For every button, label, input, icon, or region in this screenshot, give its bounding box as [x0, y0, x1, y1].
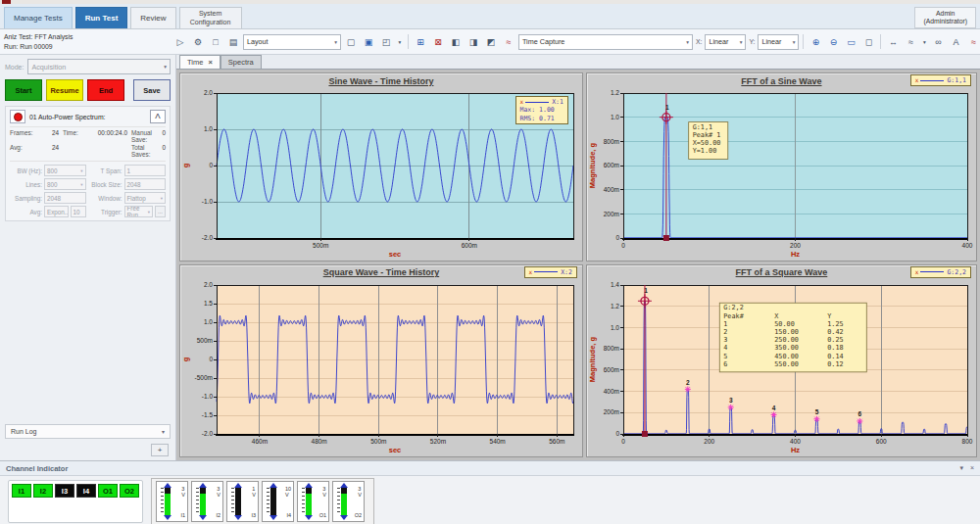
meter-bar — [200, 488, 206, 515]
chevron-down-icon: ▾ — [686, 39, 689, 45]
mode-select[interactable]: Acquisition ▾ — [27, 59, 171, 74]
square-time-chart[interactable]: 2.01.51.0500m0-500m-1.0-1.5-2.0460m480m5… — [180, 280, 582, 456]
split-left-icon[interactable]: ◧ — [448, 34, 464, 50]
spectrum-label: 01 Auto-Power Spectrum: — [29, 114, 146, 120]
collapse-chevron-icon[interactable]: ▾ — [959, 464, 963, 472]
meter-range-label: 3V — [181, 486, 185, 498]
open-layout-icon[interactable]: ◰ — [378, 34, 394, 50]
avg-count-field[interactable]: 10 — [71, 206, 86, 217]
window-select[interactable]: Flattop▾ — [124, 192, 167, 204]
level-meter-I4[interactable]: 10VI4 — [262, 481, 294, 522]
peak-marker-button[interactable]: Λ — [150, 110, 166, 123]
bw-value: 800 — [47, 167, 58, 174]
annotation-text-icon[interactable]: A — [948, 34, 963, 50]
meter-up-arrow-icon — [199, 483, 207, 488]
avg-mode-value: Expon... — [47, 209, 69, 215]
layout-select[interactable]: Layout ▾ — [243, 34, 341, 50]
svg-text:460m: 460m — [252, 438, 268, 445]
stop-icon[interactable]: □ — [208, 34, 223, 50]
level-meter-I2[interactable]: 3VI2 — [191, 481, 223, 522]
channel-button-I4[interactable]: I4 — [76, 484, 96, 498]
tspan-field[interactable]: 1 — [124, 165, 167, 176]
trigger-label: Trigger: — [90, 209, 122, 215]
legend-marker-icon: x — [529, 268, 533, 276]
y-scale-select[interactable]: Linear ▾ — [758, 34, 799, 50]
tab-review[interactable]: Review — [130, 7, 175, 28]
tab-spectra[interactable]: Spectra — [220, 55, 262, 69]
block-size-field[interactable]: 2048 — [124, 178, 167, 190]
svg-text:5: 5 — [723, 352, 727, 359]
sine-time-chart[interactable]: 2.01.00-1.0-2.0500m600msecgxX:1Max: 1.00… — [180, 88, 582, 261]
open-layout-chevron-icon[interactable]: ▾ — [396, 34, 404, 50]
curve-icon[interactable]: ≈ — [501, 34, 516, 50]
fft-square-chart[interactable]: 0200m400m600m800m1.01.21.40200400600800H… — [587, 280, 976, 456]
save-layout-icon[interactable]: ▣ — [361, 34, 376, 50]
zoom-out-icon[interactable]: ⊖ — [825, 34, 841, 50]
run-log-expander[interactable]: Run Log ▾ — [5, 424, 171, 439]
zoom-reset-icon[interactable]: ◻ — [860, 34, 876, 50]
svg-text:0: 0 — [615, 234, 619, 241]
level-meter-O2[interactable]: 3VO2 — [332, 481, 365, 522]
end-button[interactable]: End — [87, 79, 124, 101]
bw-select[interactable]: 800▾ — [44, 165, 86, 176]
meter-range-label: 3V — [358, 486, 362, 498]
channel-button-I1[interactable]: I1 — [12, 484, 31, 498]
signal-select[interactable]: Time Capture ▾ — [518, 34, 693, 50]
level-meter-I3[interactable]: 1VI3 — [226, 481, 259, 522]
add-panel-button[interactable]: + — [151, 444, 169, 456]
level-meter-O1[interactable]: 3VO1 — [297, 481, 329, 522]
avg-label: Avg: — [10, 144, 23, 158]
legend-line-sample — [525, 102, 549, 103]
sampling-field[interactable]: 2048 — [44, 192, 86, 204]
close-tab-icon[interactable]: × — [208, 58, 212, 67]
add-window-icon[interactable]: ⊞ — [413, 34, 428, 50]
zoom-box-icon[interactable]: ▭ — [843, 34, 858, 50]
save-button[interactable]: Save — [133, 79, 171, 101]
trigger-more-button[interactable]: ... — [155, 206, 166, 217]
chart-grid: Sine Wave - Time History 2.01.00-1.0-2.0… — [176, 70, 980, 460]
app-window: Manage Tests Run Test Review System Conf… — [0, 0, 980, 524]
admin-button[interactable]: Admin (Administrator) — [914, 7, 976, 28]
split-right-icon[interactable]: ◨ — [466, 34, 481, 50]
avg-mode-select[interactable]: Expon...▾ — [44, 206, 69, 217]
pan-icon[interactable]: ↔ — [885, 34, 901, 50]
resume-button[interactable]: Resume — [46, 79, 83, 101]
peak-table-annotation[interactable]: G:2,2Peak#XY150.001.252150.000.423250.00… — [719, 303, 866, 372]
chart-legend: xX:1Max: 1.00RMS: 0.71 — [515, 96, 568, 124]
channel-button-I3[interactable]: I3 — [55, 484, 74, 498]
tab-run-test[interactable]: Run Test — [75, 7, 128, 28]
new-layout-icon[interactable]: ▢ — [343, 34, 359, 50]
tab-system-configuration[interactable]: System Configuration — [179, 7, 242, 28]
svg-text:1.0: 1.0 — [611, 323, 619, 330]
channel-button-O1[interactable]: O1 — [98, 484, 118, 498]
cursor-tool-icon[interactable]: ≈ — [903, 34, 918, 50]
svg-text:500m: 500m — [313, 242, 328, 249]
zoom-in-icon[interactable]: ⊕ — [808, 34, 823, 50]
trigger-select[interactable]: Free Run▾ — [124, 206, 154, 217]
run-test-icon[interactable]: ▷ — [172, 34, 188, 50]
legend-line-sample — [534, 271, 558, 272]
link-icon[interactable]: ∞ — [930, 34, 946, 50]
peak-annotation[interactable]: G:1,1Peak# 1X=50.00Y=1.00 — [689, 122, 728, 160]
delete-window-icon[interactable]: ⊠ — [430, 34, 446, 50]
chevron-down-icon: ▾ — [148, 210, 150, 214]
start-button[interactable]: Start — [5, 79, 42, 101]
level-meter-I1[interactable]: 3VI1 — [156, 481, 188, 522]
fft-sine-chart[interactable]: 0200m400m600m800m1.01.20200400HzMagnitud… — [587, 88, 976, 261]
channel-button-I2[interactable]: I2 — [33, 484, 53, 498]
settings-gear-icon[interactable]: ⚙ — [190, 34, 206, 50]
tab-time[interactable]: Time × — [179, 55, 220, 69]
legend-line-sample — [920, 80, 944, 81]
split-quad-icon[interactable]: ◩ — [483, 34, 499, 50]
channel-button-O2[interactable]: O2 — [120, 484, 139, 498]
report-panel-icon[interactable]: ▤ — [225, 34, 241, 50]
wave-icon[interactable]: ≈ — [965, 34, 980, 50]
lines-select[interactable]: 800▾ — [44, 178, 86, 190]
chart-title: Square Wave - Time History — [323, 267, 440, 277]
x-scale-select[interactable]: Linear ▾ — [705, 34, 746, 50]
cursor-chevron-icon[interactable]: ▾ — [920, 34, 928, 50]
close-panel-icon[interactable]: × — [970, 464, 974, 472]
svg-text:500m: 500m — [370, 438, 386, 445]
record-button[interactable] — [10, 110, 25, 123]
tab-manage-tests[interactable]: Manage Tests — [4, 7, 73, 28]
